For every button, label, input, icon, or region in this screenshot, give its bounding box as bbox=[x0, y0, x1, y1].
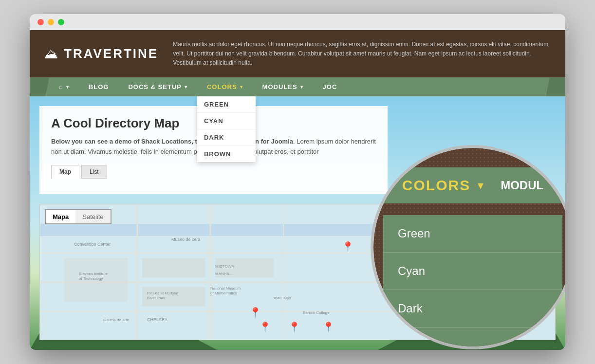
sidebar-item-blog[interactable]: BLOG bbox=[79, 77, 119, 96]
docs-arrow: ▾ bbox=[185, 84, 187, 90]
header-description: Mauris mollis ac dolor eget rhoncus. Ut … bbox=[173, 40, 551, 68]
tab-map[interactable]: Map bbox=[51, 165, 79, 179]
svg-text:National Museum: National Museum bbox=[210, 286, 241, 291]
pin-blue: 📍 bbox=[342, 241, 354, 253]
joc-label: JOC bbox=[323, 83, 337, 91]
tab-bar: Map List bbox=[51, 165, 376, 179]
logo-icon: ⛰ bbox=[44, 46, 58, 62]
svg-text:AMC Kips: AMC Kips bbox=[274, 296, 291, 300]
nav-docs-setup[interactable]: DOCS & SETUP ▾ bbox=[118, 77, 197, 96]
magnifier-nav-arrow: ▾ bbox=[478, 179, 483, 192]
modules-arrow: ▾ bbox=[300, 84, 303, 90]
colors-arrow: ▾ bbox=[240, 84, 243, 90]
nav-wrapper: ⌂ ▾ BLOG DOCS & SETUP ▾ COLORS ▾ bbox=[30, 77, 565, 96]
svg-text:CHELSEA: CHELSEA bbox=[147, 317, 167, 322]
svg-text:MIDTOWN: MIDTOWN bbox=[215, 264, 234, 269]
magnifier-nav: COLORS ▾ MODUL bbox=[373, 167, 565, 203]
nav-ribbon-left bbox=[30, 77, 49, 96]
modules-label: MODULES bbox=[262, 83, 298, 91]
nav-joc[interactable]: JOC bbox=[313, 77, 347, 96]
magnifier-dropdown-dark[interactable]: Dark bbox=[383, 290, 562, 328]
minimize-button[interactable] bbox=[48, 19, 54, 25]
nav-home[interactable]: ⌂ ▾ bbox=[49, 77, 79, 96]
logo-text: TRAVERTINE bbox=[64, 46, 158, 61]
close-button[interactable] bbox=[37, 19, 44, 25]
svg-text:Pier 62 at Hudson: Pier 62 at Hudson bbox=[147, 291, 178, 295]
magnifier-next-label: MODUL bbox=[501, 179, 543, 192]
map-btn-mapa[interactable]: Mapa bbox=[46, 210, 75, 223]
magnifier-dropdown: Green Cyan Dark Brown bbox=[383, 215, 562, 346]
map-controls: Mapa Satélite bbox=[45, 209, 112, 224]
site-header: ⛰ TRAVERTINE Mauris mollis ac dolor eget… bbox=[30, 30, 565, 78]
svg-text:Baruch College: Baruch College bbox=[303, 310, 330, 315]
magnifier-dropdown-cyan[interactable]: Cyan bbox=[383, 253, 562, 290]
svg-text:of Technology: of Technology bbox=[79, 276, 103, 281]
svg-text:Museo de cera: Museo de cera bbox=[171, 237, 201, 242]
magnifier-dropdown-green[interactable]: Green bbox=[383, 215, 562, 253]
pin-red2: 📍 bbox=[288, 321, 300, 333]
svg-text:Galeria de arte: Galeria de arte bbox=[103, 318, 129, 322]
colors-label: COLORS bbox=[207, 83, 237, 91]
home-arrow: ▾ bbox=[66, 84, 69, 90]
pin-red: 📍 bbox=[249, 307, 261, 318]
tab-list[interactable]: List bbox=[81, 165, 107, 179]
svg-rect-7 bbox=[142, 258, 205, 277]
colors-dropdown-dark[interactable]: Dark bbox=[197, 129, 256, 146]
magnifier-content: COLORS ▾ MODUL Green Cyan Dark Brown oml… bbox=[373, 148, 565, 346]
title-bar bbox=[30, 14, 565, 30]
colors-dropdown-cyan[interactable]: Cyan bbox=[197, 113, 256, 129]
nav-bar: ⌂ ▾ BLOG DOCS & SETUP ▾ COLORS ▾ bbox=[30, 77, 565, 96]
magnifier-overlay: COLORS ▾ MODUL Green Cyan Dark Brown oml… bbox=[371, 145, 565, 349]
logo-area: ⛰ TRAVERTINE bbox=[44, 46, 158, 62]
colors-dropdown-green[interactable]: Green bbox=[197, 96, 256, 113]
nav-ribbon-right bbox=[546, 77, 565, 96]
svg-text:of Mathematics: of Mathematics bbox=[210, 291, 237, 295]
map-btn-satelite[interactable]: Satélite bbox=[75, 210, 110, 223]
browser-content: ⛰ TRAVERTINE Mauris mollis ac dolor eget… bbox=[30, 30, 565, 350]
blog-label: BLOG bbox=[89, 83, 109, 91]
maximize-button[interactable] bbox=[58, 19, 64, 25]
docs-label: DOCS & SETUP bbox=[128, 83, 182, 91]
magnifier-colors-label: COLORS bbox=[402, 177, 470, 194]
svg-text:Convention Center: Convention Center bbox=[74, 242, 111, 247]
colors-dropdown-brown[interactable]: Brown bbox=[197, 146, 256, 162]
nav-colors[interactable]: COLORS ▾ Green Cyan Dark bbox=[197, 77, 253, 96]
pin-yellow: 📍 bbox=[259, 321, 271, 333]
page-wrapper: A Cool Directory Map Below you can see a… bbox=[30, 96, 565, 350]
home-icon: ⌂ bbox=[59, 83, 63, 91]
browser-window: ⛰ TRAVERTINE Mauris mollis ac dolor eget… bbox=[30, 14, 565, 350]
pin-blue2: 📍 bbox=[322, 321, 335, 333]
svg-text:Stevens Institute: Stevens Institute bbox=[79, 272, 108, 276]
colors-dropdown-menu: Green Cyan Dark Brown bbox=[197, 96, 256, 162]
svg-text:River Park: River Park bbox=[147, 296, 166, 300]
svg-text:MANHA...: MANHA... bbox=[215, 272, 233, 276]
magnifier-dropdown-brown[interactable]: Brown bbox=[383, 328, 562, 346]
nav-modules[interactable]: MODULES ▾ bbox=[253, 77, 313, 96]
